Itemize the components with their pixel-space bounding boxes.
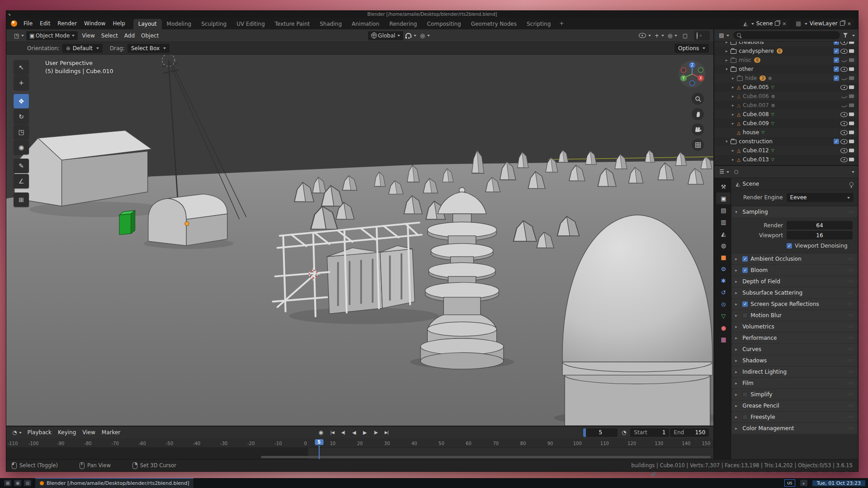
navigation-gizmo[interactable]: Z X Y [678, 60, 706, 89]
hide-in-viewport-toggle[interactable] [840, 148, 848, 153]
grip-icon[interactable]: ∷∷ [848, 392, 854, 397]
hide-in-viewport-toggle[interactable] [840, 157, 848, 162]
outliner-row-cube-008[interactable]: ▸△Cube.008▽ [714, 110, 858, 119]
options-button[interactable]: Options [675, 44, 709, 53]
outliner-row-misc[interactable]: ▸misc8✓ [714, 56, 858, 65]
tab-layout[interactable]: Layout [133, 19, 162, 29]
grip-icon[interactable]: ∷∷ [848, 291, 854, 295]
panel-header-motion-blur[interactable]: ▸Motion Blur∷∷ [732, 310, 857, 321]
properties-tab-object[interactable]: ■ [716, 251, 731, 263]
transform-orientation-dropdown[interactable]: Global [368, 31, 403, 40]
properties-tab-scene[interactable]: ◭ [716, 228, 731, 239]
hide-in-viewport-toggle[interactable] [840, 94, 848, 98]
timeline-menu-playback[interactable]: Playback [24, 429, 55, 436]
3d-viewport[interactable]: User Perspective (5) buildings | Cube.01… [6, 55, 713, 426]
grip-icon[interactable]: ∷∷ [848, 381, 854, 385]
house-building[interactable] [14, 131, 152, 206]
keyboard-layout-indicator[interactable]: us [784, 479, 795, 487]
disable-in-render-toggle[interactable] [849, 158, 854, 161]
panel-header-grease-pencil[interactable]: ▸Grease Pencil∷∷ [732, 400, 857, 411]
properties-tab-output[interactable]: ▤ [716, 204, 731, 216]
disable-in-render-toggle[interactable] [849, 85, 854, 89]
tool-rotate[interactable]: ↻ [14, 109, 29, 124]
use-preview-range-icon[interactable]: ◔ [618, 428, 629, 437]
xray-icon[interactable]: ▢ [679, 31, 690, 40]
disclosure-closed-icon[interactable]: ▸ [730, 76, 736, 80]
disclosure-closed-icon[interactable]: ▸ [724, 49, 729, 53]
disable-in-render-toggle[interactable] [849, 149, 854, 152]
camera-view-icon[interactable] [692, 123, 704, 136]
timeline-scrollbar[interactable] [261, 456, 711, 458]
disable-in-render-toggle[interactable] [849, 49, 854, 53]
properties-tab-texture[interactable]: ▦ [716, 333, 731, 345]
scene-selector[interactable]: ◭ Scene × [741, 19, 789, 28]
properties-tab-render[interactable]: ▣ [716, 192, 731, 204]
viewport-denoising-checkbox[interactable]: ✓ [787, 243, 792, 249]
properties-tab-physics[interactable]: ↺ [716, 286, 731, 298]
collection-exclude-checkbox[interactable]: ✓ [834, 66, 839, 72]
orientation-dropdown[interactable]: ⊕Default [62, 44, 103, 53]
frame-end-field[interactable]: End150 [670, 428, 709, 437]
disclosure-closed-icon[interactable]: ▸ [730, 112, 736, 117]
disclosure-closed-icon[interactable]: ▸ [724, 42, 729, 44]
hide-in-viewport-toggle[interactable] [840, 67, 848, 72]
hide-in-viewport-toggle[interactable] [840, 103, 848, 107]
add-workspace-button[interactable]: + [556, 20, 567, 27]
properties-tab-particles[interactable]: ✱ [716, 275, 731, 286]
outliner-search-input[interactable] [733, 31, 840, 39]
next-keyframe-button[interactable]: |▶ [371, 428, 381, 437]
panel-header-subsurface-scattering[interactable]: ▸Subsurface Scattering∷∷ [732, 287, 857, 298]
tool-transform[interactable]: ◉ [14, 140, 29, 155]
tab-modeling[interactable]: Modeling [162, 19, 197, 29]
properties-tab-material[interactable]: ● [716, 322, 731, 333]
tab-scripting[interactable]: Scripting [522, 19, 556, 29]
outliner-row-cube-007[interactable]: ▸△Cube.007⚙ [714, 101, 858, 110]
timeline-menu-marker[interactable]: Marker [99, 429, 123, 436]
panel-header-simplify[interactable]: ▸Simplify∷∷ [732, 389, 857, 400]
disclosure-open-icon[interactable]: ▾ [724, 139, 729, 144]
window-titlebar[interactable]: Blender [/home/amalie/Desktop/blender/rt… [6, 11, 858, 18]
overlays-icon[interactable]: ◎ [666, 31, 679, 40]
menu-render[interactable]: Render [54, 18, 80, 29]
hide-in-viewport-toggle[interactable] [840, 85, 848, 90]
hide-in-viewport-toggle[interactable] [840, 58, 848, 62]
grip-icon[interactable]: ∷∷ [848, 415, 854, 419]
panel-header-ambient-occlusion[interactable]: ▸✓Ambient Occlusion∷∷ [732, 253, 857, 264]
render-samples-field[interactable]: 64 [787, 221, 853, 230]
grip-icon[interactable]: ∷∷ [848, 324, 854, 329]
disclosure-closed-icon[interactable]: ▸ [730, 148, 736, 153]
hut-building[interactable] [148, 194, 227, 245]
play-reverse-button[interactable]: ◀ [349, 428, 359, 437]
enable-checkbox[interactable] [742, 313, 748, 318]
enable-checkbox[interactable]: ✓ [742, 301, 748, 307]
panel-header-curves[interactable]: ▸Curves∷∷ [732, 344, 857, 355]
taskbar-terminal-icon[interactable]: ▤ [24, 480, 31, 486]
tool-measure[interactable]: ∠ [14, 174, 29, 188]
pan-hand-icon[interactable] [692, 108, 704, 120]
tab-geometry-nodes[interactable]: Geometry Nodes [466, 19, 522, 29]
disable-in-render-toggle[interactable] [849, 76, 854, 80]
tab-compositing[interactable]: Compositing [422, 19, 466, 29]
disclosure-closed-icon[interactable]: ▸ [730, 103, 736, 108]
disable-in-render-toggle[interactable] [849, 122, 854, 125]
drag-dropdown[interactable]: Select Box [127, 44, 170, 53]
panel-header-screen-space-reflections[interactable]: ▸✓Screen Space Reflections∷∷ [732, 299, 857, 310]
tool-annotate[interactable]: ✎ [14, 159, 29, 173]
collection-exclude-checkbox[interactable]: ✓ [834, 48, 839, 54]
hide-in-viewport-toggle[interactable] [840, 49, 848, 54]
collection-exclude-checkbox[interactable]: ✓ [834, 75, 839, 81]
taskbar-window-entry[interactable]: Blender [/home/amalie/Desktop/blender/rt… [35, 478, 193, 488]
outliner-row-hide[interactable]: ▸hide3⚙✓ [714, 74, 858, 83]
menu-edit[interactable]: Edit [36, 18, 54, 29]
viewport-menu-add[interactable]: Add [121, 33, 138, 39]
panel-header-performance[interactable]: ▸Performance∷∷ [732, 333, 857, 343]
filter-icon[interactable] [843, 33, 848, 38]
panel-header-bloom[interactable]: ▸✓Bloom∷∷ [732, 265, 857, 276]
tool-scale[interactable]: ◳ [14, 125, 29, 139]
hide-in-viewport-toggle[interactable] [840, 130, 848, 135]
panel-header-volumetrics[interactable]: ▸Volumetrics∷∷ [732, 321, 857, 332]
viewport-samples-field[interactable]: 16 [787, 231, 853, 239]
grip-icon[interactable]: ∷∷ [848, 302, 854, 306]
shading-material-button[interactable] [703, 35, 705, 37]
jump-to-start-button[interactable]: |◀ [327, 428, 337, 437]
